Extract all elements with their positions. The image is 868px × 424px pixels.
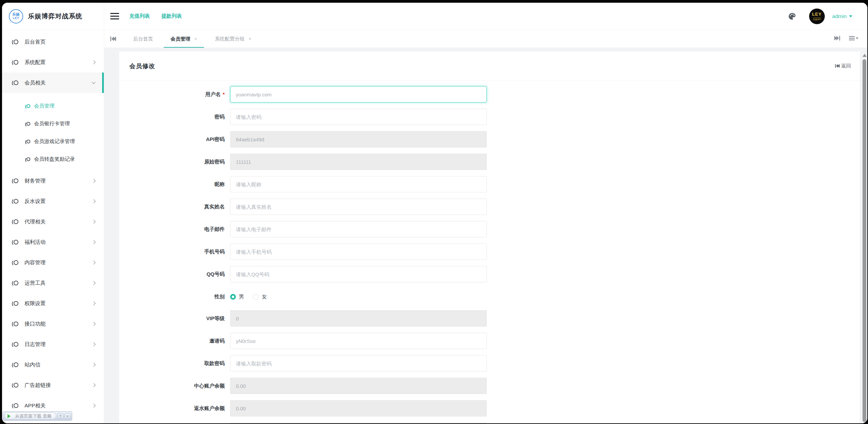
radio-checked-icon[interactable]: [230, 294, 236, 300]
tab-close-icon[interactable]: ×: [248, 36, 251, 42]
tabs-menu-button[interactable]: [849, 36, 858, 42]
sidebar-item[interactable]: 福利活动: [2, 232, 104, 252]
form-row: 电子邮件: [119, 221, 860, 237]
sidebar-subitem-label: 会员管理: [34, 103, 54, 109]
field-label-text: 手机号码: [204, 249, 225, 254]
field-label: API密码: [119, 136, 225, 143]
text-input: [230, 400, 487, 417]
circle-icon: [14, 403, 18, 408]
sidebar-item[interactable]: 代理相关: [2, 211, 104, 232]
theme-palette-icon[interactable]: [788, 12, 796, 20]
sidebar-item-label: 站内信: [25, 361, 41, 368]
chevron-right-icon: [92, 342, 95, 346]
tab[interactable]: 系统配置分组×: [206, 30, 260, 48]
sidebar-item[interactable]: 接口功能: [2, 314, 104, 334]
sidebar-item[interactable]: 后台首页: [2, 32, 104, 52]
sidebar-item[interactable]: 广告超链接: [2, 375, 104, 395]
chevron-right-icon: [92, 60, 95, 64]
text-input[interactable]: [230, 199, 487, 215]
download-help-button[interactable]: ?: [58, 413, 63, 419]
sidebar-item[interactable]: 内容管理: [2, 252, 104, 273]
circle-icon: [14, 362, 18, 367]
field-label-text: 中心账户余额: [194, 383, 225, 389]
sidebar-item-label: 内容管理: [25, 259, 46, 266]
form-row: 昵称: [119, 176, 860, 192]
field-label-text: VIP等级: [206, 315, 225, 321]
sidebar-item[interactable]: 站内信: [2, 355, 104, 375]
download-audio-button[interactable]: 从该页面下载 音频: [4, 412, 56, 420]
sidebar-item[interactable]: 日志管理: [2, 334, 104, 355]
tab-bar-controls: [825, 30, 867, 48]
field-control: [230, 131, 487, 147]
back-button[interactable]: 返回: [835, 51, 851, 80]
logo-area: 乐娱 LEY 乐娱博弈对战系统: [2, 3, 104, 30]
text-input[interactable]: [230, 86, 487, 103]
sidebar-item-label: 系统配置: [25, 59, 46, 66]
page-title: 会员修改: [129, 62, 155, 70]
sidebar-item-label: 广告超链接: [25, 382, 51, 389]
radio-unchecked-icon[interactable]: [253, 294, 259, 300]
field-label: 真实姓名: [119, 204, 225, 210]
field-control: [230, 266, 487, 282]
sidebar-item-label: 日志管理: [25, 341, 46, 348]
sidebar-item[interactable]: 运营工具: [2, 273, 104, 293]
text-input: [230, 131, 487, 147]
circle-icon: [14, 240, 18, 245]
field-control: [230, 154, 487, 170]
sidebar-item[interactable]: 系统配置: [2, 52, 104, 73]
field-control: [230, 176, 487, 192]
download-bar-text: 从该页面下载 音频: [15, 413, 52, 419]
text-input[interactable]: [230, 221, 487, 237]
field-control: [230, 86, 487, 103]
sidebar-subitem[interactable]: 会员管理: [2, 97, 104, 115]
circle-icon: [27, 122, 30, 126]
circle-icon: [27, 140, 30, 143]
chevron-right-icon: [92, 261, 95, 264]
text-input[interactable]: [230, 244, 487, 260]
circle-icon: [14, 219, 18, 224]
sidebar-toggle-icon[interactable]: [110, 13, 119, 19]
radio-option[interactable]: 女: [253, 294, 267, 300]
text-input[interactable]: [230, 176, 487, 192]
text-input[interactable]: [230, 109, 487, 125]
sidebar-subitem[interactable]: 会员游戏记录管理: [2, 132, 104, 150]
tabs-scroll-right-button[interactable]: [834, 36, 840, 42]
tab[interactable]: 后台首页: [124, 30, 162, 48]
sidebar-subitem[interactable]: 会员银行卡管理: [2, 115, 104, 132]
scrollbar-up-arrow[interactable]: [863, 52, 867, 57]
sidebar-item[interactable]: 会员相关: [2, 73, 104, 93]
field-label-text: 邀请码: [209, 338, 225, 344]
text-input: [230, 378, 487, 394]
member-edit-form: 用户名*密码API密码原始密码昵称真实姓名电子邮件手机号码QQ号码性别男女VIP…: [119, 81, 860, 423]
field-label-text: 返水账户余额: [194, 405, 225, 411]
field-label-text: 真实姓名: [204, 204, 225, 209]
sidebar-item[interactable]: 财务管理: [2, 171, 104, 191]
field-label-text: 密码: [214, 114, 225, 120]
user-avatar[interactable]: LEY 乐娱API: [809, 9, 825, 24]
user-menu[interactable]: admin: [832, 13, 852, 19]
radio-option[interactable]: 男: [230, 294, 244, 300]
logo-text-top: 乐娱: [12, 13, 20, 17]
download-close-button[interactable]: ×: [65, 413, 70, 419]
chevron-right-icon: [92, 322, 95, 326]
text-input[interactable]: [230, 266, 487, 282]
text-input[interactable]: [230, 355, 487, 372]
sidebar-item[interactable]: 反水设置: [2, 191, 104, 211]
tab-close-icon[interactable]: ×: [194, 36, 197, 42]
sidebar-subitem[interactable]: 会员转盘奖励记录: [2, 150, 104, 168]
tabs-scroll-left-button[interactable]: [104, 30, 122, 48]
header-link[interactable]: 充值列表: [129, 13, 150, 19]
sidebar-item[interactable]: 权限设置: [2, 293, 104, 314]
field-label: 邀请码: [119, 338, 225, 344]
gender-radio-group: 男女: [230, 288, 267, 305]
field-control: [230, 199, 487, 215]
app-window: 乐娱 LEY 乐娱博弈对战系统 充值列表提款列表 LEY 乐娱API admin: [2, 3, 867, 423]
field-label-text: 取款密码: [204, 360, 225, 366]
scrollbar-thumb[interactable]: [863, 59, 866, 422]
header-main: 充值列表提款列表 LEY 乐娱API admin: [104, 3, 867, 30]
logo-text-bottom: LEY: [13, 17, 19, 20]
field-label: 返水账户余额: [119, 405, 225, 412]
header-link[interactable]: 提款列表: [161, 13, 182, 19]
text-input[interactable]: [230, 333, 487, 349]
tab[interactable]: 会员管理×: [162, 30, 206, 48]
